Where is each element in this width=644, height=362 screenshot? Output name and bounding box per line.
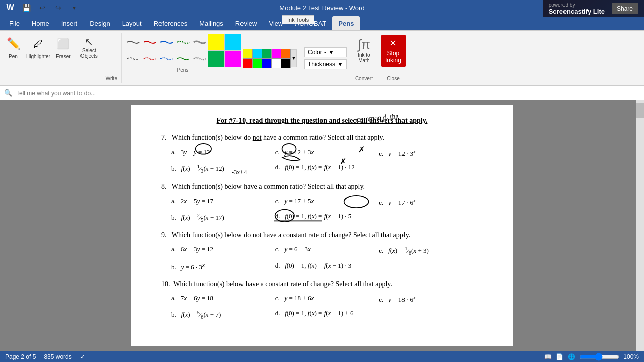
pen-style-8[interactable] (125, 50, 142, 67)
q10-blank (379, 308, 483, 322)
pen-style-10[interactable] (158, 50, 175, 67)
title-bar-left: W 💾 ↩ ↪ ▼ (4, 2, 80, 14)
web-layout-icon[interactable]: 🌐 (568, 353, 575, 360)
write-group-label: Write (106, 75, 117, 81)
tab-references[interactable]: References (148, 16, 193, 30)
tab-home[interactable]: Home (26, 16, 55, 30)
q7-text: 7. Which function(s) below do not have a… (161, 132, 483, 143)
document-area: common d. tha ✗ ✗ -3x+4 For #7-10, read … (0, 100, 644, 351)
q10-text: 10. Which function(s) below have a const… (161, 279, 483, 290)
screencastify-name: Screencastify Lite (549, 8, 605, 15)
tab-pens[interactable]: Pens (332, 16, 360, 30)
q7-c: c. y = 12 + 3x (275, 147, 379, 160)
tab-review[interactable]: Review (229, 16, 263, 30)
status-right: 📖 📄 🌐 100% (544, 353, 639, 361)
pens-group: Pens ▼ (122, 33, 300, 83)
thickness-dropdown-btn[interactable]: Thickness ▼ (304, 59, 347, 69)
convert-group: ∫π Ink toMath Convert (351, 33, 377, 83)
pen-label: Pen (9, 54, 18, 59)
pen-style-5[interactable] (191, 34, 208, 51)
tab-design[interactable]: Design (84, 16, 116, 30)
tab-insert[interactable]: Insert (55, 16, 84, 30)
customize-quick-access[interactable]: ▼ (68, 2, 80, 14)
tab-layout[interactable]: Layout (116, 16, 148, 30)
share-btn[interactable]: Share (612, 3, 638, 14)
q10-number: 10. (161, 280, 170, 288)
tab-file[interactable]: File (3, 16, 26, 30)
document-heading: For #7-10, read through the question and… (161, 115, 483, 126)
q9-answers: a. 6x − 3y = 12 c. y = 6 − 3x e. f(x) = … (171, 244, 483, 273)
screencastify-badge: powered by Screencastify Lite Share (543, 0, 644, 17)
pen-style-2[interactable] (141, 34, 158, 51)
ribbon: ✏️ Pen 🖊 Highlighter ⬜ Eraser ↖ SelectOb… (0, 31, 644, 86)
color-dropdown-btn[interactable]: Color - ▼ (304, 47, 347, 57)
q7-e: e. y = 12 · 3x (379, 147, 483, 160)
swatch-lime[interactable] (252, 58, 262, 68)
pen-style-7[interactable] (224, 34, 242, 51)
search-input[interactable] (16, 89, 167, 97)
redo-btn[interactable]: ↪ (52, 2, 64, 14)
color-swatches (243, 49, 290, 67)
eraser-tool[interactable]: ⬜ Eraser (54, 35, 72, 59)
pen-style-1[interactable] (125, 34, 142, 51)
swatch-green[interactable] (262, 49, 272, 59)
swatch-red[interactable] (243, 58, 253, 68)
highlighter-tool[interactable]: 🖊 Highlighter (26, 35, 50, 59)
swatch-yellow[interactable] (243, 49, 253, 59)
read-mode-icon[interactable]: 📖 (544, 353, 552, 360)
q10-a: a. 7x − 6y = 18 (171, 293, 275, 306)
pen-style-11[interactable] (175, 50, 192, 67)
zoom-slider[interactable] (579, 353, 619, 361)
q8-a: a. 2x − 5y = 17 (171, 196, 275, 209)
q9-c: c. y = 6 − 3x (275, 244, 379, 258)
swatch-black[interactable] (281, 58, 291, 68)
q9-a: a. 6x − 3y = 12 (171, 244, 275, 258)
q8-c: c. y = 17 + 5x (275, 196, 379, 209)
pen-style-6[interactable] (208, 34, 225, 51)
swatch-magenta[interactable] (271, 49, 281, 59)
close-group: ✕ StopInking Close (377, 33, 410, 83)
pen-style-4[interactable] (175, 34, 192, 51)
pen-style-14[interactable] (224, 50, 242, 67)
page-indicator: Page 2 of 5 (5, 353, 36, 360)
select-objects-tool[interactable]: ↖ SelectObjects (76, 35, 102, 60)
print-layout-icon[interactable]: 📄 (556, 353, 564, 360)
swatch-blue[interactable] (262, 58, 272, 68)
swatch-white[interactable] (271, 58, 281, 68)
swatch-orange[interactable] (281, 49, 291, 59)
ink-to-math-label: Ink toMath (358, 52, 370, 63)
q7-answers: a. 3y − y = 12 c. y = 12 + 3x e. y = 12 … (171, 147, 483, 176)
ink-to-math-btn[interactable]: ∫π Ink toMath (356, 35, 372, 65)
word-icon[interactable]: W (4, 2, 16, 14)
save-quick-btn[interactable]: 💾 (20, 2, 32, 14)
ribbon-tabs: File Home Insert Design Layout Reference… (0, 15, 644, 30)
vertical-scrollbar[interactable] (636, 100, 644, 351)
pen-style-3[interactable] (158, 34, 175, 51)
close-group-label: Close (387, 76, 400, 81)
pen-style-9[interactable] (141, 50, 158, 67)
q10-d: d. f(0) = 1, f(x) = f(x − 1) + 6 (275, 308, 379, 322)
pen-style-13[interactable] (208, 50, 225, 67)
swatch-cyan[interactable] (252, 49, 262, 59)
pen-style-12[interactable] (191, 50, 208, 67)
q7-b: b. f(x) = 1⁄3(x + 12) (171, 162, 275, 176)
q7-a: a. 3y − y = 12 (171, 147, 275, 160)
word-count: 835 words (44, 353, 71, 360)
tab-mailings[interactable]: Mailings (193, 16, 229, 30)
color-label: Color - (308, 49, 326, 56)
powered-by-label: powered by (549, 2, 575, 8)
scrollbar-thumb[interactable] (636, 103, 644, 118)
highlighter-icon: 🖊 (29, 35, 47, 53)
q9-number: 9. (161, 231, 167, 239)
document-page: common d. tha ✗ ✗ -3x+4 For #7-10, read … (131, 105, 513, 346)
select-objects-label: SelectObjects (80, 48, 98, 59)
status-left: Page 2 of 5 835 words ✓ (5, 353, 85, 360)
undo-btn[interactable]: ↩ (36, 2, 48, 14)
stop-inking-btn[interactable]: ✕ StopInking (381, 35, 406, 67)
spell-check-icon[interactable]: ✓ (80, 353, 85, 360)
question-9: 9. Which function(s) below do not have a… (161, 230, 483, 274)
pen-tool[interactable]: ✏️ Pen (4, 35, 22, 59)
q8-d: d. f(0) = 1, f(x) = f(x − 1) · 5 (275, 211, 379, 225)
more-colors-btn[interactable]: ▼ (291, 49, 297, 67)
question-10: 10. Which function(s) below have a const… (161, 279, 483, 322)
